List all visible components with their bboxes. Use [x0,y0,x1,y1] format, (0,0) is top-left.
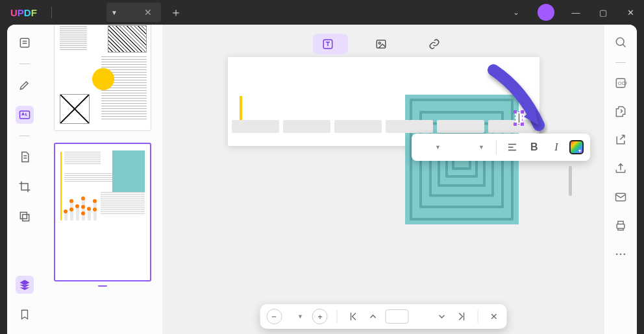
divider [19,64,30,64]
divider [337,310,338,323]
svg-rect-1 [19,111,29,119]
page-chart-strip [232,120,536,133]
minimize-button[interactable]: ― [562,0,589,25]
svg-point-12 [616,254,618,256]
app-logo: UPDF [0,7,47,18]
svg-point-6 [378,42,380,44]
italic-button[interactable]: I [547,141,565,153]
layers-icon[interactable] [16,276,34,294]
svg-rect-11 [617,224,625,229]
zoom-in-button[interactable]: + [312,309,328,324]
divider [496,140,497,154]
divider [478,310,478,323]
share-icon[interactable] [612,160,629,177]
email-icon[interactable] [612,189,629,206]
reader-tool-icon[interactable] [16,34,34,52]
document-tab[interactable]: ✕ [122,3,161,22]
next-page-icon[interactable] [435,311,449,322]
text-format-toolbar: ▼ ▼ B I [412,134,590,161]
text-insert-box[interactable] [515,112,523,125]
document-page[interactable] [228,57,539,146]
align-icon[interactable] [503,141,521,153]
text-color-picker[interactable] [569,140,584,154]
scrollbar-thumb[interactable] [569,166,572,196]
svg-point-14 [624,254,626,256]
edit-text-tool-icon[interactable] [16,106,34,124]
thumbnail-label [98,285,107,287]
highlighter-tool-icon[interactable] [16,76,34,94]
font-family-select[interactable]: ▼ [450,144,489,150]
bold-button[interactable]: B [525,141,543,153]
zoom-out-button[interactable]: − [266,309,282,324]
left-toolbar [7,25,42,334]
divider [51,6,52,18]
pages-tool-icon[interactable] [16,148,34,166]
export-icon[interactable] [612,132,629,149]
font-size-select[interactable]: ▼ [418,144,446,150]
right-toolbar: OCR [604,25,637,334]
first-page-icon[interactable] [347,311,361,322]
tab-add-button[interactable]: ＋ [161,5,191,20]
prev-page-icon[interactable] [366,311,380,322]
last-page-icon[interactable] [454,311,469,322]
ocr-icon[interactable]: OCR [612,75,629,91]
edit-type-toolbar [313,34,454,54]
workspace: ▼ ▼ B I − ▼ + ✕ [7,25,637,334]
redact-tool-icon[interactable] [16,208,34,226]
svg-rect-3 [22,215,29,221]
close-button[interactable]: ✕ [617,0,644,25]
window-controls: ⌄ ― ▢ ✕ [502,0,644,25]
thumbnail-panel [42,25,162,334]
svg-point-7 [616,38,624,45]
page-control-bar: − ▼ + ✕ [260,304,507,329]
search-icon[interactable] [612,34,629,51]
title-bar: UPDF ▼ ✕ ＋ ⌄ ― ▢ ✕ [0,0,644,25]
edit-link-button[interactable] [419,34,454,54]
main-canvas: ▼ ▼ B I − ▼ + ✕ [162,25,604,334]
convert-icon[interactable] [612,103,629,120]
edit-image-button[interactable] [366,34,401,54]
svg-point-13 [620,254,622,256]
bar-close-icon[interactable]: ✕ [488,311,501,322]
print-icon[interactable] [612,217,629,234]
more-icon[interactable] [612,246,629,263]
divider [615,62,626,63]
user-avatar[interactable] [538,4,554,21]
thumbnail-page-4[interactable] [54,143,151,281]
zoom-select[interactable]: ▼ [287,313,307,320]
divider [19,136,30,136]
thumbnail-page-3[interactable] [54,25,151,131]
maximize-button[interactable]: ▢ [589,0,617,25]
tab-prev-button[interactable]: ▼ [106,3,122,22]
svg-rect-2 [20,212,27,219]
chevron-down-icon[interactable]: ⌄ [502,8,530,17]
bookmark-icon[interactable] [16,305,34,324]
svg-rect-5 [377,40,386,48]
tab-close-icon[interactable]: ✕ [144,7,152,18]
edit-text-button[interactable] [313,34,348,54]
crop-tool-icon[interactable] [16,178,34,196]
tab-group: ▼ ✕ ＋ [106,0,191,25]
svg-rect-0 [20,38,29,47]
svg-text:OCR: OCR [618,80,627,86]
page-number-input[interactable] [386,309,409,324]
